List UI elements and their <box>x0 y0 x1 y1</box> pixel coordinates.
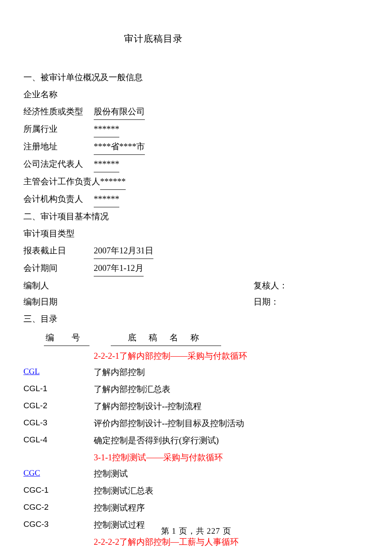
acct-org-label: 会计机构负责人 <box>23 191 94 207</box>
legal-value: ****** <box>94 156 119 172</box>
toc-code-cgl1: CGL-1 <box>23 381 94 397</box>
section2-heading: 二、审计项目基本情况 <box>23 208 369 224</box>
type-label: 审计项目类型 <box>23 225 94 241</box>
row-industry: 所属行业 ****** <box>23 121 369 137</box>
toc-name-cgl2: 了解内部控制设计--控制流程 <box>94 398 369 414</box>
toc-code-cgl4: CGL-4 <box>23 432 94 448</box>
toc-name-cgl3: 评价内部控制设计--控制目标及控制活动 <box>94 415 369 431</box>
toc-row-cgl: CGL 了解内部控制 <box>23 364 369 380</box>
period-value: 2007年1-12月 <box>94 260 144 276</box>
toc-name-cgc1: 控制测试汇总表 <box>94 482 369 499</box>
acct-head-value: ****** <box>100 173 126 190</box>
toc-group-1: 2-2-2-1了解内部控制——采购与付款循环 <box>94 348 369 364</box>
row-address: 注册地址 ****省****市 <box>23 138 369 155</box>
toc-header-name: 底 稿 名 称 <box>111 329 221 346</box>
section1-heading: 一、被审计单位概况及一般信息 <box>23 69 369 85</box>
toc-group-2: 3-1-1控制测试——采购与付款循环 <box>94 449 369 465</box>
toc-name-cgl1: 了解内部控制汇总表 <box>94 381 369 397</box>
row-acct-org: 会计机构负责人 ****** <box>23 191 369 207</box>
prep-date-label: 编制日期 <box>23 293 94 310</box>
company-label: 企业名称 <box>23 86 94 102</box>
page-title: 审计底稿目录 <box>23 30 369 48</box>
toc-row-cgc1: CGC-1 控制测试汇总表 <box>23 482 369 499</box>
toc-code-cgl3: CGL-3 <box>23 415 94 431</box>
toc-row-cgc2: CGC-2 控制测试程序 <box>23 500 369 516</box>
acct-org-value: ****** <box>94 191 119 207</box>
toc-code-cgc1: CGC-1 <box>23 482 94 499</box>
toc-row-cgl4: CGL-4 确定控制是否得到执行(穿行测试) <box>23 432 369 448</box>
row-legal-rep: 公司法定代表人 ****** <box>23 156 369 172</box>
toc-row-cgl1: CGL-1 了解内部控制汇总表 <box>23 381 369 397</box>
date-label: 日期： <box>254 293 369 310</box>
addr-label: 注册地址 <box>23 138 94 155</box>
toc-name-cgl: 了解内部控制 <box>94 364 369 380</box>
toc-name-cgc2: 控制测试程序 <box>94 500 369 516</box>
toc-name-cgc: 控制测试 <box>94 465 369 482</box>
cutoff-label: 报表截止日 <box>23 242 94 259</box>
row-cutoff: 报表截止日 2007年12月31日 <box>23 242 369 259</box>
econ-label: 经济性质或类型 <box>23 103 94 120</box>
cutoff-value: 2007年12月31日 <box>94 242 153 259</box>
toc-header-code: 编 号 <box>44 329 89 346</box>
toc-row-cgl3: CGL-3 评价内部控制设计--控制目标及控制活动 <box>23 415 369 431</box>
row-prep-date: 编制日期 日期： <box>23 293 369 310</box>
row-company: 企业名称 <box>23 86 369 102</box>
econ-value: 股份有限公司 <box>94 103 145 120</box>
toc-name-cgl4: 确定控制是否得到执行(穿行测试) <box>94 432 369 448</box>
toc-code-cgc2: CGC-2 <box>23 500 94 516</box>
legal-label: 公司法定代表人 <box>23 156 94 172</box>
row-economic-type: 经济性质或类型 股份有限公司 <box>23 103 369 120</box>
row-acct-head: 主管会计工作负责人 ****** <box>23 173 369 190</box>
industry-value: ****** <box>94 121 119 137</box>
toc-row-cgl2: CGL-2 了解内部控制设计--控制流程 <box>23 398 369 414</box>
toc-code-cgc[interactable]: CGC <box>23 465 94 482</box>
reviewer-label: 复核人： <box>254 277 369 293</box>
row-preparer: 编制人 复核人： <box>23 277 369 293</box>
prep-label: 编制人 <box>23 277 94 293</box>
page-footer: 第 1 页，共 227 页 <box>0 523 392 539</box>
toc-header: 编 号 底 稿 名 称 <box>23 329 369 346</box>
period-label: 会计期间 <box>23 260 94 276</box>
toc-row-cgc: CGC 控制测试 <box>23 465 369 482</box>
acct-head-label: 主管会计工作负责人 <box>23 173 100 190</box>
section3-heading: 三、目录 <box>23 311 369 327</box>
toc-code-cgl[interactable]: CGL <box>23 364 94 380</box>
row-period: 会计期间 2007年1-12月 <box>23 260 369 276</box>
row-audit-type: 审计项目类型 <box>23 225 369 241</box>
addr-value: ****省****市 <box>94 138 145 155</box>
toc-code-cgl2: CGL-2 <box>23 398 94 414</box>
industry-label: 所属行业 <box>23 121 94 137</box>
